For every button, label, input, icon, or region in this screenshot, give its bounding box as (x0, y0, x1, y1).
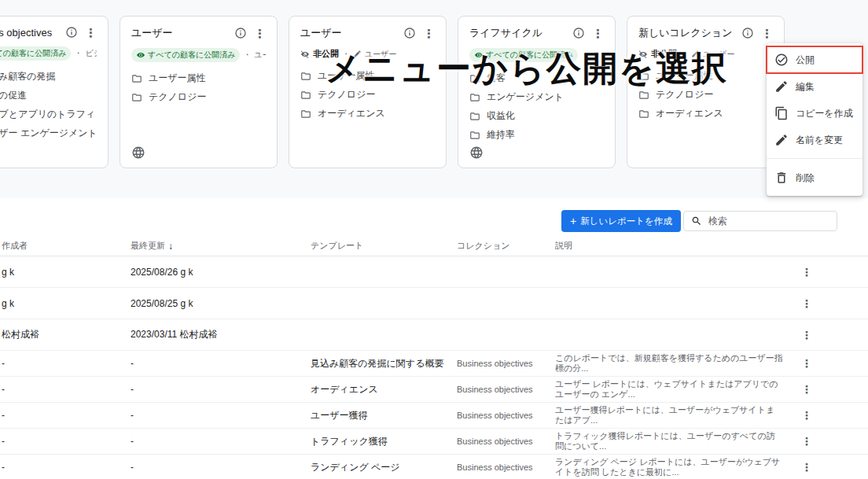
cell-collection: Business objectives (457, 411, 555, 420)
cell-updated: - (131, 462, 311, 473)
folder-icon (638, 90, 649, 101)
card-title: 新しいコレクション (638, 26, 732, 40)
status-label: すべての顧客に公開済み (486, 50, 573, 61)
row-kebab-icon[interactable]: ⋮ (801, 297, 812, 310)
info-icon[interactable] (572, 27, 585, 39)
card-kebab-icon[interactable]: ⋮ (592, 28, 604, 39)
cell-updated: 2023/03/11 松村成裕 (131, 328, 311, 341)
folder-icon (300, 90, 311, 101)
header-creator[interactable]: 作成者 (0, 240, 131, 252)
search-input[interactable] (708, 216, 829, 227)
card-kebab-icon[interactable]: ⋮ (761, 28, 773, 39)
status-badge-private: 非公開 (638, 48, 677, 60)
topic-list: 見込み顧客の発掘 販売の促進 ウェブとアプリのトラフィックの分析 ユーザー エン… (0, 70, 97, 140)
card-kebab-icon[interactable]: ⋮ (85, 27, 97, 39)
topic-label: ユーザー属性 (149, 72, 206, 85)
menu-item-publish[interactable]: 公開 (767, 46, 862, 73)
cell-updated: 2025/08/25 g k (131, 298, 311, 309)
header-collection[interactable]: コレクション (457, 240, 555, 252)
folder-icon (469, 111, 480, 122)
eye-off-icon (638, 50, 648, 59)
cell-template: トラフィック獲得 (311, 435, 457, 448)
collection-card-user-published: ユーザー ⋮ すべての顧客に公開済み ・ ユーザー ユーザー属性 テクノロジー (120, 16, 278, 168)
menu-item-label: 公開 (796, 53, 815, 67)
status-badge-published: すべての顧客に公開済み (469, 48, 578, 62)
row-kebab-icon[interactable]: ⋮ (801, 329, 812, 341)
status-badge-private: 非公開 (300, 48, 339, 60)
topic-item: テクノロジー (300, 88, 435, 101)
reports-section: + 新しいレポートを作成 作成者 最終更新 ↓ テンプレート コレクション 説明… (0, 198, 868, 479)
cell-collection: Business objectives (457, 359, 555, 368)
row-kebab-icon[interactable]: ⋮ (801, 383, 812, 396)
plus-icon: + (570, 215, 576, 227)
menu-item-label: コピーを作成 (796, 107, 853, 120)
card-subtitle: ユーザー (254, 50, 266, 61)
card-subtitle: ユーザー (703, 49, 734, 60)
menu-item-edit[interactable]: 編集 (767, 73, 862, 100)
collection-card-user-private: ユーザー ⋮ 非公開 ・ ユーザー ユーザー属性 テクノロジー オーディエンス (289, 16, 447, 168)
header-description[interactable]: 説明 (555, 240, 791, 252)
card-title: ライフサイクル (469, 26, 542, 40)
status-badge-published: すべての顧客に公開済み (131, 48, 240, 62)
card-kebab-icon[interactable]: ⋮ (254, 28, 266, 39)
cell-updated: - (131, 384, 311, 395)
topic-item: オーディエンス (638, 107, 773, 120)
status-badge-published: すべての顧客に公開済み (0, 46, 71, 61)
topic-label: ユーザー属性 (656, 69, 713, 83)
cell-updated: - (131, 410, 311, 421)
topic-item: ユーザー エンゲージメントとユーザー維持率 (0, 127, 97, 140)
pencil-icon (774, 133, 789, 147)
cell-description: このレポートでは、新規顧客を獲得するためのユーザー指標の分... (555, 353, 791, 374)
card-subtitle: ライフサイクル (592, 50, 604, 61)
cell-creator: g k (0, 267, 131, 278)
header-template[interactable]: テンプレート (311, 240, 457, 252)
topic-label: 収益化 (487, 109, 515, 123)
context-menu: 公開 編集 コピーを作成 名前を変更 削除 (767, 43, 862, 196)
status-label: すべての顧客に公開済み (148, 50, 235, 61)
analytics-library-page: Business objectives ⋮ すべての顧客に公開済み ・ ビジネス… (0, 0, 868, 479)
menu-item-rename[interactable]: 名前を変更 (767, 127, 862, 153)
topic-label: ユーザー属性 (318, 69, 375, 83)
info-icon[interactable] (403, 27, 416, 39)
sort-descending-icon: ↓ (168, 241, 173, 252)
card-title: ユーザー (131, 26, 173, 40)
separator-dot: ・ (581, 50, 589, 61)
row-kebab-icon[interactable]: ⋮ (801, 357, 812, 370)
search-box[interactable] (683, 211, 837, 231)
row-kebab-icon[interactable]: ⋮ (801, 461, 812, 473)
card-subtitle: ビジネス オブジェクティブ (85, 48, 97, 59)
menu-item-delete[interactable]: 削除 (767, 164, 862, 191)
cell-template: ランディング ページ (311, 461, 457, 474)
collection-card-lifecycle: ライフサイクル ⋮ すべての顧客に公開済み ・ ライフサイクル 集客 エンゲージ… (458, 16, 616, 168)
info-icon[interactable] (65, 26, 78, 39)
create-report-button[interactable]: + 新しいレポートを作成 (561, 210, 681, 232)
separator-dot: ・ (342, 49, 350, 60)
topic-label: テクノロジー (656, 88, 713, 101)
row-kebab-icon[interactable]: ⋮ (801, 435, 812, 448)
cell-creator: - (0, 358, 131, 369)
topic-item: テクノロジー (638, 88, 773, 101)
topic-label: 販売の促進 (0, 89, 27, 102)
folder-icon (638, 71, 649, 82)
table-row: - - ランディング ページ Business objectives ランディン… (0, 455, 868, 479)
topic-list: ユーザー属性 テクノロジー オーディエンス (638, 69, 773, 120)
table-row: - - 見込み顧客の発掘に関する概要 Business objectives こ… (0, 351, 868, 377)
row-kebab-icon[interactable]: ⋮ (801, 409, 812, 422)
menu-item-copy[interactable]: コピーを作成 (767, 100, 862, 127)
info-icon[interactable] (741, 27, 754, 39)
row-kebab-icon[interactable]: ⋮ (801, 266, 812, 278)
topic-label: ユーザー エンゲージメントとユーザー維持率 (0, 127, 97, 140)
cell-collection: Business objectives (457, 462, 555, 472)
eye-off-icon (300, 50, 310, 59)
trash-icon (774, 171, 789, 185)
card-kebab-icon[interactable]: ⋮ (423, 28, 435, 39)
cell-description: ユーザー獲得レポートには、ユーザーがウェブサイトまたはアプ... (555, 405, 791, 426)
topic-item: ユーザー属性 (131, 72, 266, 85)
status-label: すべての顧客に公開済み (0, 48, 66, 59)
header-last-updated[interactable]: 最終更新 ↓ (131, 240, 311, 252)
status-label: 非公開 (313, 48, 339, 60)
table-header-row: 作成者 最終更新 ↓ テンプレート コレクション 説明 (0, 236, 868, 256)
topic-list: ユーザー属性 テクノロジー オーディエンス (300, 69, 435, 120)
topic-item: ユーザー属性 (638, 69, 773, 83)
info-icon[interactable] (234, 27, 247, 39)
